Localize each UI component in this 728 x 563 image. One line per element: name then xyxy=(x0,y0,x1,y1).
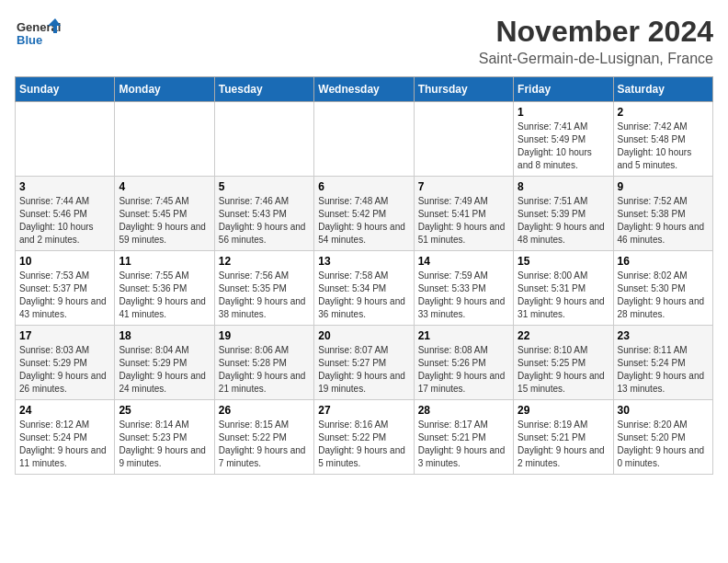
calendar-cell: 18Sunrise: 8:04 AM Sunset: 5:29 PM Dayli… xyxy=(115,326,214,400)
day-number: 10 xyxy=(19,255,110,268)
day-info: Sunrise: 7:58 AM Sunset: 5:34 PM Dayligh… xyxy=(318,270,409,321)
day-info: Sunrise: 8:07 AM Sunset: 5:27 PM Dayligh… xyxy=(318,344,409,396)
calendar-cell: 29Sunrise: 8:19 AM Sunset: 5:21 PM Dayli… xyxy=(514,400,613,475)
day-info: Sunrise: 7:59 AM Sunset: 5:33 PM Dayligh… xyxy=(418,270,509,321)
weekday-header-wednesday: Wednesday xyxy=(314,77,414,102)
calendar-cell: 24Sunrise: 8:12 AM Sunset: 5:24 PM Dayli… xyxy=(16,400,115,475)
calendar-cell: 12Sunrise: 7:56 AM Sunset: 5:35 PM Dayli… xyxy=(214,251,313,326)
day-number: 2 xyxy=(618,106,709,119)
day-info: Sunrise: 7:41 AM Sunset: 5:49 PM Dayligh… xyxy=(518,121,609,172)
day-number: 23 xyxy=(618,329,709,342)
day-number: 24 xyxy=(19,404,110,417)
day-info: Sunrise: 8:06 AM Sunset: 5:28 PM Dayligh… xyxy=(219,344,310,396)
day-info: Sunrise: 7:49 AM Sunset: 5:41 PM Dayligh… xyxy=(418,195,509,247)
calendar-cell: 16Sunrise: 8:02 AM Sunset: 5:30 PM Dayli… xyxy=(613,251,712,326)
day-info: Sunrise: 8:19 AM Sunset: 5:21 PM Dayligh… xyxy=(518,419,609,470)
day-info: Sunrise: 7:48 AM Sunset: 5:42 PM Dayligh… xyxy=(318,195,409,247)
calendar-cell: 3Sunrise: 7:44 AM Sunset: 5:46 PM Daylig… xyxy=(16,177,115,251)
calendar-cell xyxy=(214,102,313,177)
day-info: Sunrise: 8:08 AM Sunset: 5:26 PM Dayligh… xyxy=(418,344,509,396)
calendar-cell: 14Sunrise: 7:59 AM Sunset: 5:33 PM Dayli… xyxy=(414,251,513,326)
weekday-header-tuesday: Tuesday xyxy=(214,77,313,102)
calendar-cell: 1Sunrise: 7:41 AM Sunset: 5:49 PM Daylig… xyxy=(514,102,613,177)
calendar-cell: 26Sunrise: 8:15 AM Sunset: 5:22 PM Dayli… xyxy=(214,400,313,475)
day-info: Sunrise: 7:55 AM Sunset: 5:36 PM Dayligh… xyxy=(119,270,210,321)
day-info: Sunrise: 8:04 AM Sunset: 5:29 PM Dayligh… xyxy=(119,344,210,396)
day-number: 29 xyxy=(518,404,609,417)
day-number: 19 xyxy=(219,329,310,342)
calendar-cell: 15Sunrise: 8:00 AM Sunset: 5:31 PM Dayli… xyxy=(514,251,613,326)
svg-text:Blue: Blue xyxy=(17,33,42,47)
calendar-week-row: 17Sunrise: 8:03 AM Sunset: 5:29 PM Dayli… xyxy=(16,326,713,400)
day-number: 17 xyxy=(19,329,110,342)
day-info: Sunrise: 7:42 AM Sunset: 5:48 PM Dayligh… xyxy=(618,121,709,172)
day-number: 25 xyxy=(119,404,210,417)
weekday-header-row: SundayMondayTuesdayWednesdayThursdayFrid… xyxy=(16,77,713,102)
day-number: 6 xyxy=(318,180,409,193)
day-info: Sunrise: 7:56 AM Sunset: 5:35 PM Dayligh… xyxy=(219,270,310,321)
calendar-cell: 23Sunrise: 8:11 AM Sunset: 5:24 PM Dayli… xyxy=(613,326,712,400)
day-number: 4 xyxy=(119,180,210,193)
day-info: Sunrise: 8:14 AM Sunset: 5:23 PM Dayligh… xyxy=(119,419,210,470)
day-number: 26 xyxy=(219,404,310,417)
day-number: 16 xyxy=(618,255,709,268)
day-number: 22 xyxy=(518,329,609,342)
calendar-cell xyxy=(414,102,513,177)
calendar-table: SundayMondayTuesdayWednesdayThursdayFrid… xyxy=(15,76,713,475)
day-number: 28 xyxy=(418,404,509,417)
weekday-header-thursday: Thursday xyxy=(414,77,513,102)
day-number: 9 xyxy=(618,180,709,193)
calendar-cell: 25Sunrise: 8:14 AM Sunset: 5:23 PM Dayli… xyxy=(115,400,214,475)
calendar-cell xyxy=(115,102,214,177)
day-number: 11 xyxy=(119,255,210,268)
day-number: 18 xyxy=(119,329,210,342)
calendar-cell xyxy=(16,102,115,177)
day-number: 15 xyxy=(518,255,609,268)
day-info: Sunrise: 8:03 AM Sunset: 5:29 PM Dayligh… xyxy=(19,344,110,396)
day-info: Sunrise: 8:12 AM Sunset: 5:24 PM Dayligh… xyxy=(19,419,110,470)
day-info: Sunrise: 7:53 AM Sunset: 5:37 PM Dayligh… xyxy=(19,270,110,321)
calendar-week-row: 1Sunrise: 7:41 AM Sunset: 5:49 PM Daylig… xyxy=(16,102,713,177)
day-info: Sunrise: 8:02 AM Sunset: 5:30 PM Dayligh… xyxy=(618,270,709,321)
day-info: Sunrise: 8:20 AM Sunset: 5:20 PM Dayligh… xyxy=(618,419,709,470)
calendar-cell: 28Sunrise: 8:17 AM Sunset: 5:21 PM Dayli… xyxy=(414,400,513,475)
day-number: 30 xyxy=(618,404,709,417)
weekday-header-sunday: Sunday xyxy=(16,77,115,102)
calendar-cell: 13Sunrise: 7:58 AM Sunset: 5:34 PM Dayli… xyxy=(314,251,414,326)
calendar-cell: 2Sunrise: 7:42 AM Sunset: 5:48 PM Daylig… xyxy=(613,102,712,177)
calendar-cell: 19Sunrise: 8:06 AM Sunset: 5:28 PM Dayli… xyxy=(214,326,313,400)
calendar-cell: 9Sunrise: 7:52 AM Sunset: 5:38 PM Daylig… xyxy=(613,177,712,251)
calendar-cell: 11Sunrise: 7:55 AM Sunset: 5:36 PM Dayli… xyxy=(115,251,214,326)
day-info: Sunrise: 8:15 AM Sunset: 5:22 PM Dayligh… xyxy=(219,419,310,470)
logo-icon: General Blue xyxy=(15,15,61,61)
calendar-week-row: 3Sunrise: 7:44 AM Sunset: 5:46 PM Daylig… xyxy=(16,177,713,251)
calendar-cell: 4Sunrise: 7:45 AM Sunset: 5:45 PM Daylig… xyxy=(115,177,214,251)
month-title: November 2024 xyxy=(479,15,713,49)
day-info: Sunrise: 7:45 AM Sunset: 5:45 PM Dayligh… xyxy=(119,195,210,247)
day-number: 3 xyxy=(19,180,110,193)
day-info: Sunrise: 8:11 AM Sunset: 5:24 PM Dayligh… xyxy=(618,344,709,396)
location-title: Saint-Germain-de-Lusignan, France xyxy=(479,51,713,67)
logo: General Blue xyxy=(15,15,61,61)
calendar-cell: 21Sunrise: 8:08 AM Sunset: 5:26 PM Dayli… xyxy=(414,326,513,400)
day-number: 14 xyxy=(418,255,509,268)
calendar-week-row: 24Sunrise: 8:12 AM Sunset: 5:24 PM Dayli… xyxy=(16,400,713,475)
day-info: Sunrise: 8:17 AM Sunset: 5:21 PM Dayligh… xyxy=(418,419,509,470)
calendar-cell: 22Sunrise: 8:10 AM Sunset: 5:25 PM Dayli… xyxy=(514,326,613,400)
day-number: 5 xyxy=(219,180,310,193)
day-number: 20 xyxy=(318,329,409,342)
calendar-week-row: 10Sunrise: 7:53 AM Sunset: 5:37 PM Dayli… xyxy=(16,251,713,326)
day-number: 21 xyxy=(418,329,509,342)
day-info: Sunrise: 8:00 AM Sunset: 5:31 PM Dayligh… xyxy=(518,270,609,321)
day-number: 27 xyxy=(318,404,409,417)
calendar-cell: 27Sunrise: 8:16 AM Sunset: 5:22 PM Dayli… xyxy=(314,400,414,475)
day-info: Sunrise: 7:52 AM Sunset: 5:38 PM Dayligh… xyxy=(618,195,709,247)
calendar-cell: 30Sunrise: 8:20 AM Sunset: 5:20 PM Dayli… xyxy=(613,400,712,475)
calendar-cell: 20Sunrise: 8:07 AM Sunset: 5:27 PM Dayli… xyxy=(314,326,414,400)
day-info: Sunrise: 7:46 AM Sunset: 5:43 PM Dayligh… xyxy=(219,195,310,247)
day-number: 13 xyxy=(318,255,409,268)
calendar-cell: 10Sunrise: 7:53 AM Sunset: 5:37 PM Dayli… xyxy=(16,251,115,326)
day-number: 7 xyxy=(418,180,509,193)
calendar-cell: 6Sunrise: 7:48 AM Sunset: 5:42 PM Daylig… xyxy=(314,177,414,251)
day-info: Sunrise: 7:51 AM Sunset: 5:39 PM Dayligh… xyxy=(518,195,609,247)
